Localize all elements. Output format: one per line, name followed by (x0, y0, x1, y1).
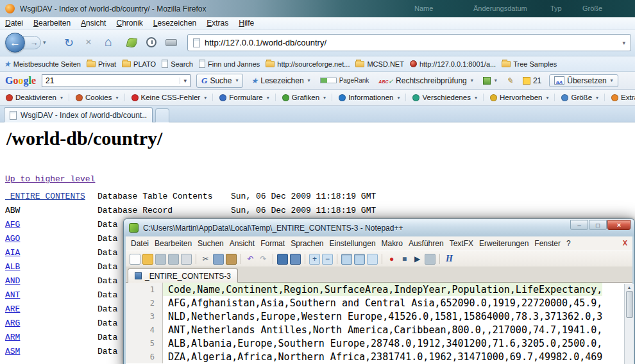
save-all-icon[interactable] (168, 254, 179, 265)
entry-link[interactable]: ARE (5, 304, 97, 314)
stop-button[interactable]: × (85, 36, 92, 49)
menu-item[interactable]: Suchen (198, 239, 224, 248)
entry-link[interactable]: ASM (5, 347, 97, 356)
webdev-item[interactable]: Verschiedenes▾ (411, 94, 483, 101)
url-bar[interactable]: http://127.0.0.1/world-db/country/ ▾ (187, 34, 631, 51)
menu-item[interactable]: Ausführen (409, 239, 444, 248)
open-folder-icon[interactable] (142, 254, 153, 265)
pagerank-indicator[interactable]: PageRank (318, 76, 371, 85)
copy-icon[interactable] (213, 254, 224, 265)
dropdown-caret-icon[interactable]: ▾ (611, 78, 613, 83)
save-icon[interactable] (155, 254, 166, 265)
reload-button[interactable]: ↻ (64, 36, 74, 50)
play-macro-icon[interactable]: ▶ (412, 254, 423, 265)
notepad-document-tab[interactable]: _ENTIRE_CONTENTS-3 (128, 269, 238, 283)
close-button[interactable]: × (607, 220, 631, 230)
google-misc-button[interactable]: ▾ (481, 76, 499, 86)
tab-bar-stub[interactable] (155, 108, 169, 122)
firefox-titlebar[interactable]: WsgiDAV - Index of /world-db/country/ - … (0, 0, 635, 17)
dropdown-caret-icon[interactable]: ▾ (596, 95, 598, 101)
menu-item[interactable]: Hilfe (239, 19, 254, 28)
bookmark-item[interactable]: Meistbesuchte Seiten (4, 60, 81, 68)
dropdown-caret-icon[interactable]: ▾ (495, 78, 497, 83)
google-search-value[interactable]: 21 (46, 76, 180, 85)
webdev-item[interactable]: Deaktivieren▾ (4, 94, 69, 101)
word-wrap-icon[interactable] (341, 254, 352, 265)
history-dropdown-button[interactable]: ▾ (43, 39, 46, 46)
entry-link[interactable]: ARG (5, 318, 97, 328)
stop-macro-icon[interactable]: ■ (399, 254, 410, 265)
editor-line[interactable]: 6DZA,Algeria,Africa,Northern Africa,2381… (126, 350, 632, 363)
entry-link[interactable]: AGO (5, 234, 97, 244)
google-search-dropdown-icon[interactable]: ▾ (180, 78, 187, 84)
new-file-icon[interactable] (130, 254, 140, 265)
html-preview-icon[interactable]: H (444, 254, 455, 265)
entry-link[interactable]: ARM (5, 333, 97, 342)
editor-line[interactable]: 1Code,Name,Continent,Region,SurfaceArea,… (126, 283, 632, 296)
editor-scrollbar[interactable]: ▲ ▼ (624, 284, 634, 364)
google-suche-button[interactable]: Suche▾ (196, 74, 243, 88)
menu-item[interactable]: Ansicht (81, 19, 106, 28)
save-macro-icon[interactable] (425, 254, 436, 265)
menu-item[interactable]: TextFX (450, 239, 473, 248)
up-to-higher-level-link[interactable]: Up to higher level (5, 174, 95, 184)
zoom-in-icon[interactable]: + (309, 254, 320, 265)
entry-link[interactable]: ABW (5, 206, 97, 215)
entry-link[interactable]: ANT (5, 290, 97, 300)
dropdown-caret-icon[interactable]: ▾ (323, 95, 326, 101)
menu-item[interactable]: Extras (207, 19, 228, 28)
dropdown-caret-icon[interactable]: ▾ (267, 95, 269, 101)
menu-item[interactable]: Chronik (116, 19, 142, 28)
menu-item[interactable]: Ansicht (230, 239, 255, 248)
highlight-count[interactable]: 21 (521, 75, 543, 87)
home-button[interactable]: ⌂ (105, 35, 112, 49)
menu-item[interactable]: Bearbeiten (33, 19, 71, 28)
scrollbar-thumb[interactable] (626, 291, 633, 318)
uebersetzen-button[interactable]: Übersetzen▾ (549, 74, 618, 87)
bookmark-item[interactable]: Search (162, 60, 193, 68)
rechtschreibpruefung-button[interactable]: Rechtschreibprüfung▾ (377, 75, 475, 87)
replace-icon[interactable] (290, 254, 301, 265)
bookmark-item[interactable]: MCSD.NET (355, 60, 403, 68)
maximize-button[interactable]: □ (589, 220, 607, 230)
bookmark-item[interactable]: Tree Samples (502, 60, 557, 68)
webdev-item[interactable]: Informationen▾ (337, 94, 406, 101)
bookmark-item[interactable]: Finn und Jannes (199, 60, 260, 68)
entry-link[interactable]: ENTIRE CONTENTS (5, 192, 97, 201)
record-macro-icon[interactable]: ● (386, 254, 397, 265)
webdev-item[interactable]: Extras▾ (609, 94, 635, 101)
tab-wsgidav[interactable]: WsgiDAV - Index of /world-db/count... (4, 107, 153, 122)
indent-guide-icon[interactable] (367, 254, 378, 265)
dropdown-caret-icon[interactable]: ▾ (60, 95, 63, 101)
dropdown-caret-icon[interactable]: ▾ (235, 78, 238, 83)
menu-item[interactable]: Makro (382, 239, 403, 248)
print-icon[interactable] (181, 254, 192, 265)
menu-item[interactable]: Datei (131, 239, 149, 248)
paste-icon[interactable] (226, 254, 237, 265)
scrollbar-up-icon[interactable]: ▲ (627, 285, 632, 290)
editor-line[interactable]: 3NLD,Netherlands,Europe,Western Europe,4… (126, 310, 632, 323)
editor-line[interactable]: 2AFG,Afghanistan,Asia,Southern and Centr… (126, 296, 632, 310)
entry-link[interactable]: AND (5, 276, 97, 286)
cut-icon[interactable]: ✂ (200, 254, 211, 265)
dropdown-caret-icon[interactable]: ▾ (397, 95, 400, 101)
entry-link[interactable]: AFG (5, 220, 97, 229)
entry-link[interactable]: AIA (5, 248, 97, 258)
dropdown-caret-icon[interactable]: ▾ (204, 95, 207, 101)
webdev-item[interactable]: Grafiken▾ (280, 94, 332, 101)
webdev-item[interactable]: Cookies▾ (74, 94, 125, 101)
webdev-item[interactable]: Größe▾ (559, 94, 605, 101)
editor-line[interactable]: 5ALB,Albania,Europe,Southern Europe,2874… (126, 336, 632, 350)
notepad-titlebar[interactable]: C:\Users\Martin\AppData\Local\Temp\_ENTI… (124, 219, 634, 236)
menu-item[interactable]: ? (566, 239, 571, 248)
bookmark-item[interactable]: http://127.0.0.1:8001/a... (410, 60, 496, 68)
print-icon[interactable] (165, 39, 177, 46)
redo-icon[interactable]: ↷ (258, 254, 269, 265)
menu-item[interactable]: Format (260, 239, 285, 248)
url-text[interactable]: http://127.0.0.1/world-db/country/ (205, 38, 618, 47)
menu-item[interactable]: Lesezeichen (153, 19, 196, 28)
back-button[interactable]: ← (5, 33, 25, 53)
forward-button[interactable]: → (23, 36, 41, 49)
show-symbols-icon[interactable] (354, 254, 365, 265)
dropdown-caret-icon[interactable]: ▾ (475, 95, 477, 101)
